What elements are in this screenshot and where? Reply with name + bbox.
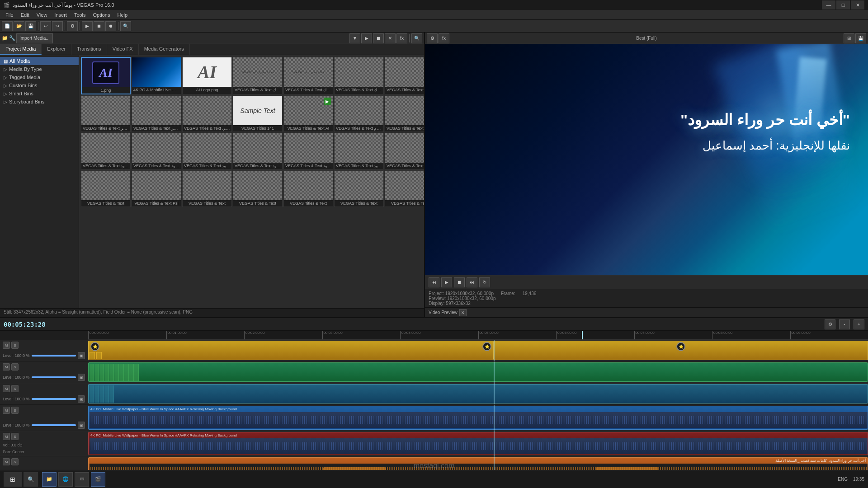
- video-preview-close[interactable]: ✕: [459, 309, 467, 316]
- track-3-expand-btn[interactable]: ▣: [78, 395, 85, 403]
- track-5-solo-btn[interactable]: S: [11, 433, 19, 440]
- view-options-button[interactable]: ▼: [349, 33, 360, 43]
- media-item-vegas-r4-5[interactable]: VEGAS Titles & Text: [283, 170, 333, 207]
- sidebar-item-custom-bins[interactable]: ▷ Custom Bins: [0, 81, 79, 89]
- redo-button[interactable]: ↪: [52, 21, 63, 31]
- taskbar-browser[interactable]: 🌐: [58, 472, 73, 487]
- save-button[interactable]: 💾: [25, 21, 36, 31]
- search-taskbar-btn[interactable]: 🔍: [24, 472, 38, 487]
- media-item-1png[interactable]: AI 1.png: [81, 57, 131, 94]
- track-6-mute-btn[interactable]: M: [3, 458, 10, 465]
- clip-t5-audio[interactable]: 4K PC_Mobile Live Wallpaper - Blue Wave …: [88, 432, 868, 455]
- taskbar-file-mgr[interactable]: 📁: [42, 472, 57, 487]
- media-item-vegas-14[interactable]: VEGAS Titles & Text إني ما سلمت: [385, 95, 424, 132]
- zoom-button[interactable]: 🔍: [120, 21, 131, 31]
- track-3-level-slider[interactable]: [32, 398, 76, 400]
- clip-t3-1[interactable]: [88, 384, 868, 404]
- tab-video-fx[interactable]: Video FX: [107, 44, 139, 55]
- media-item-vegas-4[interactable]: فماذا يضيرك كيد الأعماء! VEGAS Titles & …: [233, 57, 283, 94]
- menu-options[interactable]: Options: [90, 11, 114, 19]
- track-2-solo-btn[interactable]: S: [11, 363, 19, 371]
- open-button[interactable]: 📂: [14, 21, 24, 31]
- menu-insert[interactable]: Insert: [51, 11, 71, 19]
- media-item-vegas-r3-7[interactable]: VEGAS Titles & Text أخي أنت حر وراء السد…: [385, 133, 424, 169]
- media-zoom-button[interactable]: 🔍: [411, 33, 422, 43]
- menu-file[interactable]: File: [2, 11, 17, 19]
- track-3-mute-btn[interactable]: M: [3, 385, 10, 392]
- render-button[interactable]: ▶: [82, 21, 93, 31]
- menu-tools[interactable]: Tools: [71, 11, 90, 19]
- settings-button[interactable]: ⚙: [67, 21, 78, 31]
- media-item-vegas-r4-7[interactable]: VEGAS Titles & Text: [385, 170, 424, 207]
- track-2-mute-btn[interactable]: M: [3, 363, 10, 371]
- clip-t1-2[interactable]: ⭐: [494, 341, 868, 360]
- sidebar-item-smart-bins[interactable]: ▷ Smart Bins: [0, 89, 79, 98]
- media-item-vegas-psi[interactable]: VEGAS Titles & Text Psi: [132, 170, 181, 207]
- titlebar-controls[interactable]: — □ ✕: [822, 0, 864, 9]
- track-4-mute-btn[interactable]: M: [3, 407, 10, 414]
- media-item-vegas-141[interactable]: Sample Text VEGAS Titles 141: [233, 95, 283, 132]
- new-button[interactable]: 📄: [2, 21, 13, 31]
- track-5-mute-btn[interactable]: M: [3, 433, 10, 440]
- menu-edit[interactable]: Edit: [17, 11, 33, 19]
- tab-media-generators[interactable]: Media Generators: [139, 44, 190, 55]
- media-close-button[interactable]: ✕: [385, 33, 396, 43]
- maximize-button[interactable]: □: [836, 0, 850, 9]
- media-stop-button[interactable]: ⏹: [373, 33, 384, 43]
- sidebar-item-media-by-type[interactable]: ▷ Media By Type: [0, 65, 79, 73]
- media-item-vegas-7[interactable]: VEGAS Titles & Text فماذا يضيرك: [385, 57, 424, 94]
- start-button[interactable]: ⊞: [4, 472, 22, 487]
- record-button[interactable]: ⏺: [105, 21, 116, 31]
- clip-t2-1[interactable]: [88, 362, 868, 382]
- media-item-vegas-ai[interactable]: ▶ VEGAS Titles & Text AI: [283, 95, 333, 132]
- undo-button[interactable]: ↩: [40, 21, 51, 31]
- track-3-solo-btn[interactable]: S: [11, 385, 19, 392]
- clip-t1-1[interactable]: ⭐ ⭐: [88, 341, 494, 360]
- media-item-vegas-r3-2[interactable]: VEGAS Titles & Text أخي أنت حر وراء السد…: [132, 133, 181, 169]
- tab-transitions[interactable]: Transitions: [71, 44, 107, 55]
- track-1-level-slider[interactable]: [32, 355, 76, 357]
- media-item-blue-wave[interactable]: 4K PC & Mobile Live Wallpaper - Blue Wav…: [132, 57, 181, 94]
- media-item-vegas-r3-1[interactable]: VEGAS Titles & Text أخي أنت حر وراء السد…: [81, 133, 131, 169]
- minimize-button[interactable]: —: [822, 0, 835, 9]
- media-item-ai-logo[interactable]: AI AI Logo.png: [182, 57, 232, 94]
- media-item-vegas-r4-3[interactable]: VEGAS Titles & Text: [182, 170, 232, 207]
- timeline-settings-btn[interactable]: ⚙: [825, 319, 835, 329]
- media-item-vegas-r4-6[interactable]: VEGAS Titles & Text: [334, 170, 384, 207]
- media-item-vegas-r4-4[interactable]: VEGAS Titles & Text: [233, 170, 283, 207]
- media-item-vegas-r3-3[interactable]: VEGAS Titles & Text أخي أنت حر وراء السد…: [182, 133, 232, 169]
- preview-settings-button[interactable]: ⚙: [427, 33, 438, 43]
- track-6-solo-btn[interactable]: S: [11, 458, 19, 465]
- preview-save-button[interactable]: 💾: [855, 33, 866, 43]
- track-4-expand-btn[interactable]: ▣: [78, 422, 85, 429]
- taskbar-vegas[interactable]: 🎬: [91, 472, 105, 487]
- media-item-vegas-r3-4[interactable]: VEGAS Titles & Text أخي أنت حر وراء السد…: [233, 133, 283, 169]
- preview-grid-button[interactable]: ⊞: [844, 33, 854, 43]
- taskbar-email[interactable]: ✉: [75, 472, 89, 487]
- import-media-button[interactable]: Import Media...: [16, 33, 53, 43]
- preview-fx-button[interactable]: fx: [439, 33, 449, 43]
- track-4-level-slider[interactable]: [32, 424, 76, 426]
- media-item-vegas-r3-6[interactable]: VEGAS Titles & Text أخي أنت حر وراء السد…: [334, 133, 384, 169]
- preview-stop-button[interactable]: ⏹: [454, 277, 465, 287]
- media-item-vegas-13[interactable]: VEGAS Titles & Text أخي اليوم: [334, 95, 384, 132]
- media-item-vegas-r3-5[interactable]: VEGAS Titles & Text أخي أنت حر وراء السد…: [283, 133, 333, 169]
- media-item-vegas-11[interactable]: VEGAS Titles & Text أخي \"صوابي\": [182, 95, 232, 132]
- track-1-solo-btn[interactable]: S: [11, 342, 19, 349]
- track-4-solo-btn[interactable]: S: [11, 407, 19, 414]
- track-1-expand-btn[interactable]: ▣: [78, 352, 85, 359]
- close-button[interactable]: ✕: [851, 0, 864, 9]
- media-play-button[interactable]: ▶: [361, 33, 372, 43]
- media-item-vegas-6[interactable]: VEGAS Titles & Text فماذا يضيرك: [334, 57, 384, 94]
- preview-play-button[interactable]: ▶: [441, 277, 452, 287]
- timeline-zoom-in-btn[interactable]: +: [854, 319, 864, 329]
- preview-loop-button[interactable]: ↻: [479, 277, 490, 287]
- stop-button[interactable]: ⏹: [94, 21, 104, 31]
- preview-prev-button[interactable]: ⏮: [429, 277, 439, 287]
- sidebar-item-all-media[interactable]: ▦ All Media: [0, 57, 79, 65]
- media-item-vegas-r4-1[interactable]: VEGAS Titles & Text: [81, 170, 131, 207]
- media-item-vegas-10[interactable]: VEGAS Titles & Text أخي أنت حر: [132, 95, 181, 132]
- tab-project-media[interactable]: Project Media: [0, 44, 42, 55]
- media-item-vegas-9[interactable]: VEGAS Titles & Text أخي أنت حر: [81, 95, 131, 132]
- sidebar-item-storyboard-bins[interactable]: ▷ Storyboard Bins: [0, 98, 79, 106]
